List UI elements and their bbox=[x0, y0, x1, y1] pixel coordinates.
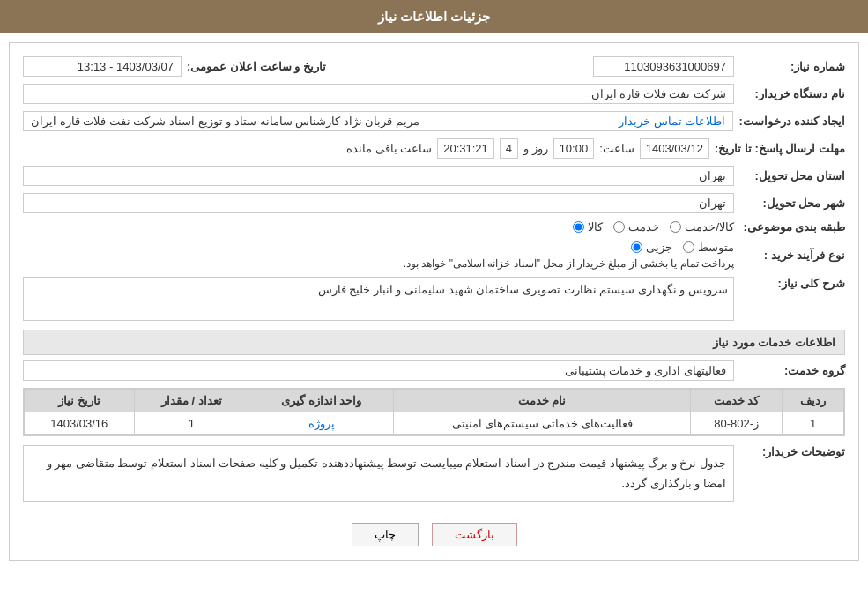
tawsif-label: توضیحات خریدار: bbox=[739, 445, 845, 458]
back-button[interactable]: بازگشت bbox=[432, 523, 517, 546]
table-header-row: ردیف کد خدمت نام خدمت واحد اندازه گیری ت… bbox=[25, 390, 844, 412]
mohlat-rooz: 4 bbox=[500, 138, 518, 159]
shahr-label: شهر محل تحویل: bbox=[739, 197, 845, 210]
tabaqe-label: طبقه بندی موضوعی: bbox=[739, 220, 845, 234]
row-ijad: ایجاد کننده درخواست: اطلاعات تماس خریدار… bbox=[23, 111, 845, 131]
tabaqe-radio-group: کالا/خدمت خدمت کالا bbox=[573, 220, 734, 234]
row-sharh: شرح کلی نیاز: سرویس و نگهداری سیستم نظار… bbox=[23, 277, 845, 321]
mohlat-date: 1403/03/12 bbox=[640, 138, 709, 159]
print-button[interactable]: چاپ bbox=[352, 523, 419, 546]
row-noie: نوع فرآیند خرید : متوسط جزیی پرداخت تمام… bbox=[23, 241, 845, 270]
col-radif: ردیف bbox=[783, 390, 844, 412]
cell-tedad: 1 bbox=[134, 412, 249, 435]
motavaset-label: متوسط bbox=[698, 241, 734, 254]
page-header: جزئیات اطلاعات نیاز bbox=[0, 0, 868, 33]
jozee-label: جزیی bbox=[646, 241, 672, 254]
ijad-link[interactable]: اطلاعات تماس خریدار bbox=[619, 115, 725, 128]
radio-jozee: جزیی bbox=[631, 241, 672, 254]
radio-motavaset: متوسط bbox=[683, 241, 734, 254]
row-ostan: استان محل تحویل: تهران bbox=[23, 166, 845, 186]
row-shomara: شماره نیاز: 1103093631000697 تاریخ و ساع… bbox=[23, 56, 845, 77]
shahr-value: تهران bbox=[23, 193, 734, 213]
dastgah-label: نام دستگاه خریدار: bbox=[739, 87, 845, 100]
page-title: جزئیات اطلاعات نیاز bbox=[378, 9, 490, 24]
cell-vahed: پروژه bbox=[249, 412, 393, 435]
radio-motavaset-input[interactable] bbox=[683, 241, 694, 253]
gorohe-value: فعالیتهای اداری و خدمات پشتیبانی bbox=[23, 360, 734, 381]
shomara-value: 1103093631000697 bbox=[593, 56, 734, 77]
noie-label: نوع فرآیند خرید : bbox=[739, 249, 845, 262]
services-table: ردیف کد خدمت نام خدمت واحد اندازه گیری ت… bbox=[24, 389, 844, 435]
mohlat-saat: 10:00 bbox=[553, 138, 595, 159]
radio-kala-khadamat: کالا/خدمت bbox=[670, 220, 734, 234]
ostan-value: تهران bbox=[23, 166, 734, 186]
col-tedad: تعداد / مقدار bbox=[134, 390, 249, 412]
col-naam: نام خدمت bbox=[394, 390, 691, 412]
row-shahr: شهر محل تحویل: تهران bbox=[23, 193, 845, 213]
noie-radio-group: متوسط جزیی bbox=[23, 241, 734, 254]
main-content: شماره نیاز: 1103093631000697 تاریخ و ساع… bbox=[9, 42, 859, 561]
tawsif-value: جدول نرخ و برگ پیشنهاد قیمت مندرج در اسن… bbox=[23, 445, 734, 502]
cell-naam: فعالیت‌های خدماتی سیستم‌های امنیتی bbox=[394, 412, 691, 435]
noie-container: متوسط جزیی پرداخت تمام یا بخشی از مبلغ خ… bbox=[23, 241, 734, 270]
row-tawsif: توضیحات خریدار: جدول نرخ و برگ پیشنهاد ق… bbox=[23, 445, 845, 509]
khadamat-section-header: اطلاعات خدمات مورد نیاز bbox=[23, 330, 845, 355]
khadamat-label: خدمت bbox=[628, 220, 659, 234]
radio-khadamat-input[interactable] bbox=[613, 221, 625, 233]
radio-khadamat: خدمت bbox=[613, 220, 659, 234]
buttons-row: بازگشت چاپ bbox=[23, 523, 845, 546]
col-tarikh: تاریخ نیاز bbox=[25, 390, 135, 412]
radio-kala-input[interactable] bbox=[573, 221, 584, 233]
mohlat-baqi: 20:31:21 bbox=[437, 138, 494, 159]
cell-radif: 1 bbox=[783, 412, 844, 435]
row-mohlat: مهلت ارسال پاسخ: تا تاریخ: 1403/03/12 سا… bbox=[23, 138, 845, 159]
row-gorohe-khadamat: گروه خدمت: فعالیتهای اداری و خدمات پشتیب… bbox=[23, 360, 845, 381]
row-dastgah: نام دستگاه خریدار: شرکت نفت فلات قاره ای… bbox=[23, 84, 845, 104]
noie-description: پرداخت تمام یا بخشی از مبلغ خریدار از مح… bbox=[23, 257, 734, 270]
ijad-value: اطلاعات تماس خریدار مریم قربان نژاد کارش… bbox=[23, 111, 733, 131]
tarikh-elan-label: تاریخ و ساعت اعلان عمومی: bbox=[187, 60, 326, 73]
cell-tarikh: 1403/03/16 bbox=[25, 412, 135, 435]
ijad-text: مریم قربان نژاد کارشناس سامانه ستاد و تو… bbox=[31, 115, 419, 128]
mohlat-saat-label: ساعت: bbox=[599, 142, 634, 155]
mohlat-baqi-label: ساعت باقی مانده bbox=[346, 142, 432, 155]
mohlat-label: مهلت ارسال پاسخ: تا تاریخ: bbox=[715, 142, 845, 155]
gorohe-label: گروه خدمت: bbox=[739, 364, 845, 377]
ijad-label: ایجاد کننده درخواست: bbox=[738, 115, 845, 128]
shomara-label: شماره نیاز: bbox=[739, 60, 845, 73]
mohlat-rooz-label: روز و bbox=[523, 142, 548, 155]
row-tabaqe: طبقه بندی موضوعی: کالا/خدمت خدمت کالا bbox=[23, 220, 845, 234]
tarikh-elan-value: 1403/03/07 - 13:13 bbox=[23, 56, 182, 77]
kala-label: کالا bbox=[588, 220, 603, 234]
radio-kala-khadamat-input[interactable] bbox=[670, 221, 681, 233]
radio-kala: کالا bbox=[573, 220, 603, 234]
cell-code: ز-802-80 bbox=[691, 412, 783, 435]
radio-jozee-input[interactable] bbox=[631, 241, 642, 253]
col-code: کد خدمت bbox=[691, 390, 783, 412]
sharh-label: شرح کلی نیاز: bbox=[739, 277, 845, 290]
sharh-value: سرویس و نگهداری سیستم نظارت تصویری ساختم… bbox=[23, 277, 734, 321]
col-vahed: واحد اندازه گیری bbox=[249, 390, 393, 412]
dastgah-value: شرکت نفت فلات قاره ایران bbox=[23, 84, 734, 104]
services-table-container: ردیف کد خدمت نام خدمت واحد اندازه گیری ت… bbox=[23, 388, 845, 436]
table-row: 1 ز-802-80 فعالیت‌های خدماتی سیستم‌های ا… bbox=[25, 412, 844, 435]
ostan-label: استان محل تحویل: bbox=[739, 169, 845, 182]
kala-khadamat-label: کالا/خدمت bbox=[685, 220, 734, 234]
